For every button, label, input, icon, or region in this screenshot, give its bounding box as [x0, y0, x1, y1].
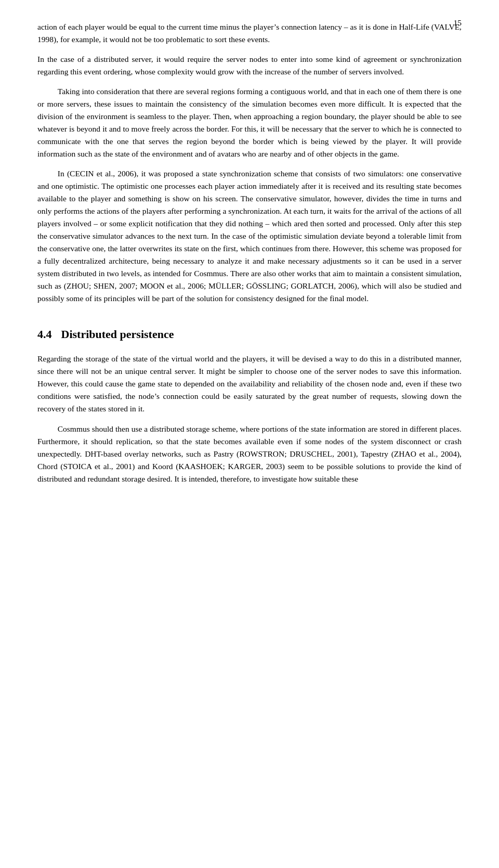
section-paragraph-1-text: Regarding the storage of the state of th… [37, 353, 462, 415]
paragraph-2: In the case of a distributed server, it … [37, 53, 462, 78]
paragraph-3-text: Taking into consideration that there are… [37, 85, 462, 160]
section-paragraph-2: Cosmmus should then use a distributed st… [37, 423, 462, 485]
section-paragraph-2-text: Cosmmus should then use a distributed st… [37, 423, 462, 485]
page: 15 action of each player would be equal … [0, 0, 499, 868]
paragraph-1-text: action of each player would be equal to … [37, 21, 462, 46]
paragraph-3: Taking into consideration that there are… [37, 85, 462, 160]
section-number: 4.4 [37, 326, 52, 343]
section-heading: 4.4 Distributed persistence [37, 326, 462, 343]
paragraph-4-text: In (CECIN et al., 2006), it was proposed… [37, 167, 462, 305]
paragraph-1: action of each player would be equal to … [37, 21, 462, 46]
section-paragraph-1: Regarding the storage of the state of th… [37, 353, 462, 415]
page-number: 15 [454, 17, 462, 29]
section-title: Distributed persistence [61, 326, 174, 343]
paragraph-2-text: In the case of a distributed server, it … [37, 53, 462, 78]
paragraph-4: In (CECIN et al., 2006), it was proposed… [37, 167, 462, 305]
